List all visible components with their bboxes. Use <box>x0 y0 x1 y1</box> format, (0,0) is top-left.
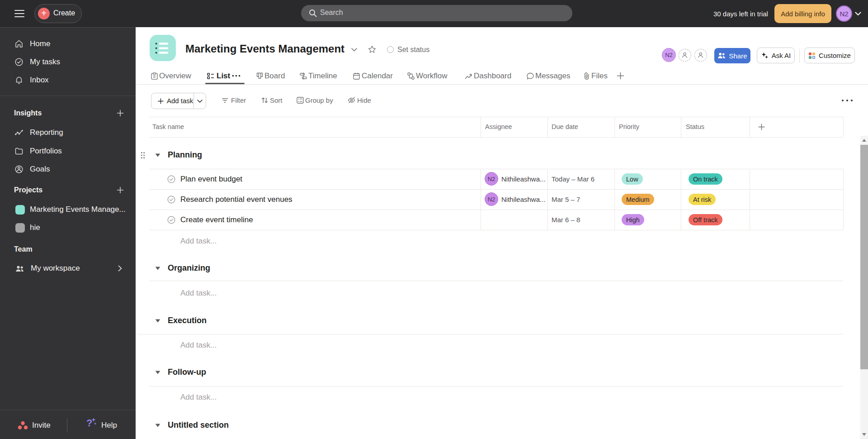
svg-text:?: ? <box>86 417 92 429</box>
